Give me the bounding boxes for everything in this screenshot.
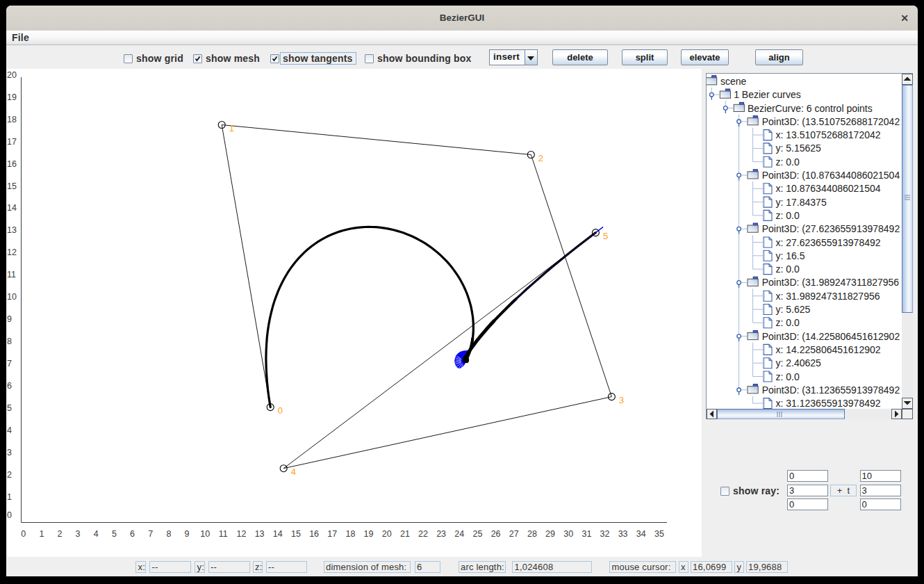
svg-text:27: 27 — [509, 529, 519, 539]
svg-text:5: 5 — [7, 403, 12, 413]
svg-text:8: 8 — [7, 336, 12, 346]
svg-text:25: 25 — [473, 529, 483, 539]
svg-text:9: 9 — [7, 314, 12, 324]
svg-text:13: 13 — [255, 529, 265, 539]
svg-text:0: 0 — [21, 529, 26, 539]
svg-text:26: 26 — [491, 529, 501, 539]
svg-text:1: 1 — [7, 492, 12, 502]
svg-text:32: 32 — [600, 529, 610, 539]
svg-text:20: 20 — [382, 529, 392, 539]
svg-text:5: 5 — [603, 231, 608, 241]
svg-text:24: 24 — [454, 529, 464, 539]
svg-text:13: 13 — [7, 225, 17, 235]
svg-text:6: 6 — [7, 381, 12, 391]
svg-text:9: 9 — [185, 529, 190, 539]
svg-text:3: 3 — [619, 395, 624, 405]
svg-text:16: 16 — [7, 159, 17, 169]
svg-text:15: 15 — [7, 181, 17, 191]
svg-text:4: 4 — [7, 425, 12, 435]
svg-text:4: 4 — [94, 529, 99, 539]
svg-text:2: 2 — [58, 529, 63, 539]
svg-text:1: 1 — [39, 529, 44, 539]
svg-text:16: 16 — [309, 529, 319, 539]
svg-text:0: 0 — [7, 510, 12, 520]
svg-text:4: 4 — [291, 467, 296, 477]
svg-text:12: 12 — [7, 248, 17, 257]
svg-text:33: 33 — [618, 529, 628, 539]
svg-text:14: 14 — [7, 203, 17, 213]
svg-text:2: 2 — [538, 153, 543, 163]
svg-text:15: 15 — [291, 529, 301, 539]
svg-text:30: 30 — [563, 529, 573, 539]
svg-text:10: 10 — [7, 292, 17, 302]
svg-text:23: 23 — [436, 529, 446, 539]
svg-text:7: 7 — [148, 529, 153, 539]
svg-text:8: 8 — [166, 529, 171, 539]
svg-text:14: 14 — [273, 529, 283, 539]
svg-text:2: 2 — [7, 470, 12, 480]
svg-text:21: 21 — [400, 529, 410, 539]
svg-text:22: 22 — [418, 529, 428, 539]
svg-text:3: 3 — [76, 529, 81, 539]
svg-text:11: 11 — [219, 529, 228, 539]
svg-text:11: 11 — [7, 270, 16, 279]
svg-text:18: 18 — [345, 529, 355, 539]
svg-text:0: 0 — [278, 405, 283, 416]
svg-text:29: 29 — [545, 529, 555, 539]
svg-text:34: 34 — [636, 529, 646, 539]
svg-text:20: 20 — [7, 70, 17, 80]
svg-text:17: 17 — [7, 137, 17, 147]
svg-text:10: 10 — [200, 529, 210, 539]
svg-text:12: 12 — [237, 529, 247, 539]
svg-text:17: 17 — [327, 529, 337, 539]
svg-text:35: 35 — [654, 529, 664, 539]
svg-text:19: 19 — [7, 92, 17, 102]
svg-text:7: 7 — [7, 359, 12, 368]
svg-text:18: 18 — [7, 115, 17, 124]
svg-text:3: 3 — [7, 448, 12, 457]
svg-text:19: 19 — [364, 529, 374, 539]
svg-text:5: 5 — [112, 529, 117, 539]
svg-text:6: 6 — [130, 529, 135, 539]
svg-text:31: 31 — [581, 529, 591, 539]
svg-text:1: 1 — [229, 123, 234, 133]
svg-text:28: 28 — [527, 529, 537, 539]
